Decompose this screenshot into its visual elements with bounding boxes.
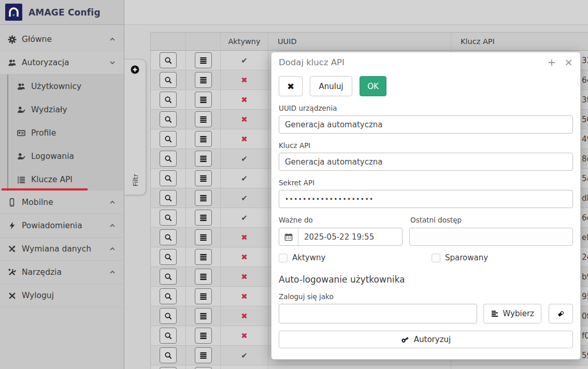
- row-menu-button[interactable]: [195, 52, 212, 68]
- row-search-button[interactable]: [160, 269, 177, 285]
- search-icon: [164, 214, 173, 222]
- api-key-cell-text: 8d: [582, 154, 588, 164]
- row-search-button[interactable]: [160, 347, 177, 363]
- sidebar-item-label: Narzędzia: [22, 268, 62, 277]
- row-menu-button[interactable]: [195, 151, 212, 167]
- search-icon: [164, 174, 173, 183]
- row-menu-button[interactable]: [195, 367, 212, 369]
- search-icon: [164, 56, 173, 65]
- menu-bars-icon: [199, 96, 207, 104]
- row-menu-button[interactable]: [195, 72, 212, 88]
- row-menu-button[interactable]: [195, 249, 212, 265]
- active-mark: ✖: [241, 253, 248, 262]
- users-icon: [7, 58, 17, 67]
- row-search-button[interactable]: [160, 52, 177, 68]
- row-search-button[interactable]: [160, 170, 177, 186]
- sidebar-item-klucze-api[interactable]: Klucze API: [8, 168, 124, 191]
- amage-logo-icon: [5, 4, 22, 21]
- valid-until-field[interactable]: 2025-05-22 19:55: [279, 228, 403, 246]
- api-key-cell-text: 59: [582, 351, 588, 360]
- row-search-button[interactable]: [160, 308, 177, 324]
- row-search-button[interactable]: [160, 92, 177, 108]
- plus-circle-icon[interactable]: [131, 65, 139, 74]
- row-search-button[interactable]: [160, 72, 177, 88]
- row-search-button[interactable]: [160, 111, 177, 127]
- sidebar-item-label: Wymiana danych: [22, 244, 91, 254]
- menu-bars-icon: [199, 76, 207, 84]
- api-key-cell-text: db: [582, 194, 588, 203]
- uuid-field[interactable]: [279, 115, 573, 134]
- menu-bars-icon: [199, 56, 207, 64]
- login-as-field[interactable]: [279, 304, 477, 323]
- active-mark: ✖: [241, 312, 248, 321]
- sidebar-item-uzytkownicy[interactable]: Użytkownicy: [8, 75, 124, 98]
- row-search-button[interactable]: [160, 131, 177, 147]
- active-checkbox[interactable]: [279, 254, 288, 262]
- api-key-field[interactable]: [279, 153, 573, 171]
- row-menu-button[interactable]: [195, 92, 212, 108]
- calendar-icon[interactable]: [279, 228, 298, 245]
- sidebar-item-wydzialy[interactable]: Wydziały: [8, 98, 124, 121]
- login-as-label: Zaloguj się jako: [279, 292, 573, 301]
- list-select-icon: [491, 310, 498, 317]
- last-access-field[interactable]: [409, 228, 573, 246]
- row-menu-button[interactable]: [195, 190, 212, 206]
- sidebar-item-logowania[interactable]: Logowania: [8, 144, 124, 168]
- row-search-button[interactable]: [160, 210, 177, 226]
- chevron-down-icon: [109, 61, 116, 65]
- sidebar-item-narzedzia[interactable]: Narzędzia: [0, 261, 124, 284]
- row-search-button[interactable]: [160, 151, 177, 167]
- chevron-up-icon: [109, 200, 116, 204]
- authorize-button[interactable]: Autoryzuj: [279, 331, 573, 348]
- eraser-icon: [556, 309, 565, 318]
- row-menu-button[interactable]: [195, 328, 212, 344]
- sidebar-item-mobilne[interactable]: Mobilne: [0, 191, 124, 214]
- search-icon: [164, 115, 173, 124]
- dialog-toolbar: ✖ Anuluj OK: [279, 76, 573, 96]
- api-key-cell-text: 32: [582, 56, 588, 65]
- row-search-button[interactable]: [160, 249, 177, 265]
- filter-panel-tab[interactable]: Filtr: [124, 59, 146, 195]
- row-menu-button[interactable]: [195, 308, 212, 324]
- row-search-button[interactable]: [160, 328, 177, 344]
- row-search-button[interactable]: [160, 367, 177, 369]
- row-menu-button[interactable]: [195, 210, 212, 226]
- row-search-button[interactable]: [160, 288, 177, 304]
- row-menu-button[interactable]: [195, 170, 212, 186]
- row-menu-button[interactable]: [195, 288, 212, 304]
- row-search-button[interactable]: [160, 229, 177, 245]
- menu-bars-icon: [199, 233, 207, 241]
- api-key-cell-text: f0: [582, 331, 588, 341]
- paired-checkbox[interactable]: [432, 254, 440, 262]
- close-x-button[interactable]: ✖: [279, 76, 303, 96]
- sidebar-item-label: Główne: [22, 35, 52, 44]
- maximize-plus-icon[interactable]: +: [547, 57, 556, 67]
- chevron-up-icon: [109, 247, 116, 251]
- row-menu-button[interactable]: [195, 111, 212, 127]
- row-menu-button[interactable]: [195, 229, 212, 245]
- paired-checkbox-label: Sparowany: [445, 253, 488, 262]
- api-key-cell-text: 50: [582, 115, 588, 124]
- add-api-key-dialog: Dodaj klucz API + × ✖ Anuluj OK UUID urz…: [271, 52, 581, 360]
- sidebar-item-label: Klucze API: [31, 175, 73, 184]
- close-icon[interactable]: ×: [564, 57, 573, 67]
- menu-bars-icon: [199, 214, 207, 222]
- choose-button[interactable]: Wybierz: [483, 304, 541, 323]
- sidebar-item-powiadomienia[interactable]: Powiadomienia: [0, 214, 124, 238]
- sidebar-item-glowne[interactable]: Główne: [0, 28, 124, 51]
- row-search-button[interactable]: [160, 190, 177, 206]
- row-menu-button[interactable]: [195, 131, 212, 147]
- sidebar-item-autoryzacja[interactable]: Autoryzacja: [0, 51, 124, 75]
- sidebar-item-profile[interactable]: Profile: [8, 121, 124, 144]
- cancel-button[interactable]: Anuluj: [310, 76, 352, 96]
- api-secret-field[interactable]: [279, 190, 573, 208]
- sidebar-item-wyloguj[interactable]: Wyloguj: [0, 284, 124, 307]
- sidebar-item-wymiana-danych[interactable]: Wymiana danych: [0, 238, 124, 261]
- sidebar-item-label: Wydziały: [31, 105, 67, 114]
- ok-button[interactable]: OK: [360, 76, 386, 96]
- row-menu-button[interactable]: [195, 269, 212, 285]
- erase-button[interactable]: [549, 304, 573, 323]
- menu-bars-icon: [199, 292, 207, 300]
- row-menu-button[interactable]: [195, 347, 212, 363]
- valid-until-value: 2025-05-22 19:55: [298, 232, 374, 242]
